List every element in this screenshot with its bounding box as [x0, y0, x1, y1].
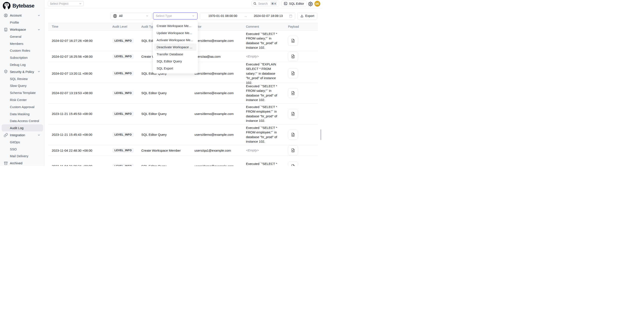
table-row[interactable]: 2023-11-21 15:45:43 +08:00 LEVEL_INFO SQ…: [48, 124, 318, 145]
type-menu-item[interactable]: SQL Editor Query: [154, 58, 196, 65]
audit-time: 2024-02-07 16:27:26 +08:00: [48, 39, 109, 42]
audit-type: SQL Editor Query: [138, 164, 191, 166]
user-circle-icon: [113, 14, 117, 18]
payload-view-button[interactable]: [288, 36, 298, 46]
type-menu-item[interactable]: Create Workspace Me...: [154, 22, 196, 29]
sidebar-item-integration[interactable]: Integration: [2, 132, 43, 139]
sidebar-item-debug-log[interactable]: Debug Log: [2, 61, 43, 68]
audit-time: 2023-11-21 15:45:53 +08:00: [48, 112, 109, 116]
table-row[interactable]: 2023-11-04 21:26:24 +08:00 LEVEL_INFO SQ…: [48, 156, 318, 166]
search-input[interactable]: [258, 2, 269, 5]
col-header-time: Time: [48, 25, 109, 28]
audit-type: SQL Editor Query: [138, 133, 191, 136]
sidebar-item-label: Slow Query: [10, 84, 27, 88]
file-search-icon: [291, 39, 295, 43]
payload-view-button[interactable]: [288, 68, 298, 78]
sidebar-item-label: SSO: [10, 147, 17, 151]
type-menu-item-highlighted[interactable]: Deactivate Workspace ...: [154, 43, 196, 51]
audit-level-badge: LEVEL_INFO: [112, 91, 134, 95]
sidebar-item-label: Workspace: [10, 28, 26, 31]
payload-view-button[interactable]: [288, 109, 298, 119]
bytebase-logo-icon: [2, 2, 11, 10]
table-row[interactable]: 2024-02-07 13:19:53 +08:00 LEVEL_INFO SQ…: [48, 83, 318, 104]
sidebar-item-risk-center[interactable]: Risk Center: [2, 96, 43, 103]
type-menu-item[interactable]: Activate Workspace Me...: [154, 36, 196, 43]
sidebar-item-security-policy[interactable]: Security & Policy: [2, 68, 43, 75]
chevron-down-icon: [38, 14, 40, 17]
audit-time: 2023-11-04 22:48:30 +08:00: [48, 149, 109, 152]
sidebar-item-audit-log[interactable]: Audit Log: [2, 124, 43, 132]
audit-level-badge: LEVEL_INFO: [112, 164, 134, 166]
actor-filter-select[interactable]: All: [110, 12, 152, 19]
col-header-payload: Payload: [284, 25, 318, 28]
project-select[interactable]: Select Project: [48, 1, 84, 6]
sidebar-item-label: Custom Approval: [10, 105, 34, 109]
date-start-value[interactable]: 1970-01-01 08:00:00: [202, 14, 243, 17]
audit-actor: users/demo@example.com: [191, 164, 242, 166]
col-header-comment: Comment: [242, 25, 284, 28]
file-search-icon: [291, 112, 295, 116]
sidebar-item-label: Data Access Control: [10, 119, 39, 123]
sidebar-item-members[interactable]: Members: [2, 40, 43, 47]
audit-comment: Executed `"SELECT * FROM salary;"` in da…: [246, 84, 283, 102]
audit-comment: Executed `"SELECT * FROM employee;"` in …: [246, 105, 283, 123]
payload-view-button[interactable]: [288, 161, 298, 166]
settings-gear-icon[interactable]: [308, 2, 313, 6]
sidebar-item-account[interactable]: Account: [2, 12, 43, 19]
date-range-picker[interactable]: 1970-01-01 08:00:00 → 2024-02-07 18:09:1…: [200, 12, 295, 19]
audit-comment: Executed `"SELECT * FROM salary;"` in da…: [246, 31, 283, 50]
audit-level-badge: LEVEL_INFO: [112, 148, 134, 153]
audit-level-badge: LEVEL_INFO: [112, 71, 134, 76]
sidebar-item-profile[interactable]: Profile: [2, 19, 43, 26]
col-header-actor: Actor: [191, 25, 242, 28]
sidebar-item-label: Data Masking: [10, 112, 30, 116]
sidebar-nav: Account Profile Workspace General Member…: [0, 12, 44, 166]
type-menu-item[interactable]: Update Workspace Me...: [154, 29, 196, 36]
sql-editor-button[interactable]: SQL Editor: [282, 1, 306, 6]
chevron-down-icon: [38, 134, 40, 137]
audit-level-badge: LEVEL_INFO: [112, 38, 134, 43]
sidebar-item-label: Custom Roles: [10, 49, 30, 52]
sql-editor-label: SQL Editor: [289, 2, 304, 5]
date-end-value[interactable]: 2024-02-07 18:09:13: [248, 14, 289, 17]
sidebar-item-schema-template[interactable]: Schema Template: [2, 89, 43, 96]
sidebar-item-data-masking[interactable]: Data Masking: [2, 110, 43, 118]
table-row[interactable]: 2023-11-04 22:48:30 +08:00 LEVEL_INFO Cr…: [48, 145, 318, 156]
type-filter-select[interactable]: Select Type: [153, 12, 198, 19]
sidebar-item-custom-approval[interactable]: Custom Approval: [2, 103, 43, 110]
sidebar-item-label: Security & Policy: [10, 70, 34, 74]
table-row[interactable]: 2023-11-21 15:45:53 +08:00 LEVEL_INFO SQ…: [48, 104, 318, 124]
audit-time: 2024-02-07 16:25:56 +08:00: [48, 55, 109, 58]
sidebar-item-gitops[interactable]: GitOps: [2, 139, 43, 146]
type-menu-item[interactable]: SQL Export: [154, 65, 196, 72]
payload-view-button[interactable]: [288, 51, 298, 61]
building-icon: [4, 27, 8, 32]
sidebar-item-archived[interactable]: Archived: [2, 160, 43, 166]
scrollbar-thumb[interactable]: [320, 129, 321, 140]
search-box[interactable]: ⌘ K: [252, 1, 279, 6]
brand-logo[interactable]: Bytebase: [0, 0, 44, 11]
sidebar: Bytebase Account Profile Workspace Gener…: [0, 0, 44, 166]
audit-type: Create Workspace Member: [138, 149, 191, 152]
user-circle-icon: [4, 13, 8, 17]
sidebar-item-label: Archived: [10, 161, 22, 165]
sidebar-item-sso[interactable]: SSO: [2, 146, 43, 153]
chevron-down-icon: [146, 14, 149, 17]
file-search-icon: [291, 164, 295, 166]
col-header-audit-level: Audit Level: [109, 25, 138, 28]
type-menu-item[interactable]: Transfer Database: [154, 51, 196, 58]
sidebar-item-custom-roles[interactable]: Custom Roles: [2, 47, 43, 54]
avatar[interactable]: DE: [314, 1, 320, 7]
sidebar-item-workspace[interactable]: Workspace: [2, 26, 43, 33]
audit-type: SQL Editor Query: [138, 91, 191, 95]
sidebar-item-subscription[interactable]: Subscription: [2, 54, 43, 61]
payload-view-button[interactable]: [288, 88, 298, 98]
sidebar-item-general[interactable]: General: [2, 33, 43, 40]
sidebar-item-mail-delivery[interactable]: Mail Delivery: [2, 153, 43, 160]
sidebar-item-slow-query[interactable]: Slow Query: [2, 82, 43, 89]
sidebar-item-data-access-control[interactable]: Data Access Control: [2, 118, 43, 125]
export-button[interactable]: Export: [297, 12, 317, 19]
payload-view-button[interactable]: [288, 130, 298, 140]
payload-view-button[interactable]: [288, 146, 298, 155]
sidebar-item-sql-review[interactable]: SQL Review: [2, 75, 43, 82]
